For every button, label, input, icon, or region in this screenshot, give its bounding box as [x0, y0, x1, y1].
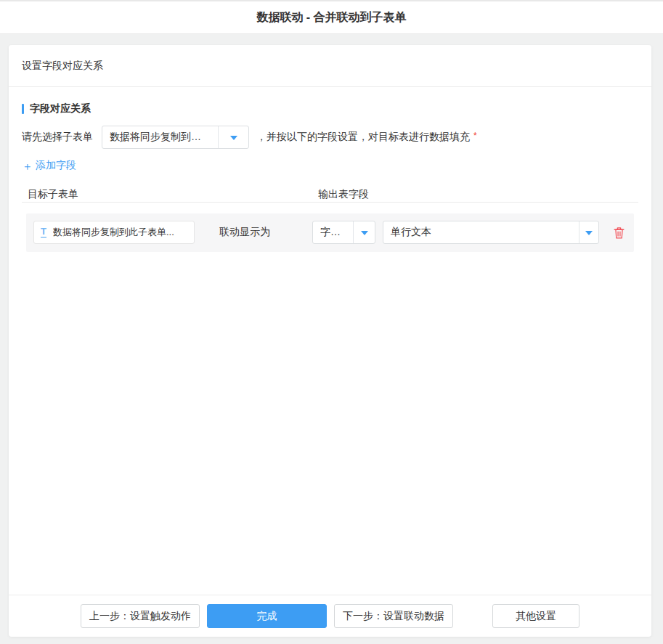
chevron-down-icon: [353, 221, 375, 243]
subform-select[interactable]: 数据将同步复制到此子...: [102, 126, 249, 149]
subform-select-label: 请先选择子表单: [22, 131, 93, 144]
settings-card: 设置字段对应关系 字段对应关系 请先选择子表单 数据将同步复制到此子... ，并…: [9, 45, 651, 637]
chevron-down-icon: [218, 126, 248, 148]
display-mode-value: 字段值: [313, 226, 353, 239]
add-field-button[interactable]: ＋ 添加字段: [22, 159, 76, 172]
trash-icon: [613, 226, 625, 240]
field-mapping-row: T 数据将同步复制到此子表单... 联动显示为 字段值 单行文本: [26, 213, 634, 252]
section-title-label: 字段对应关系: [30, 102, 91, 115]
display-mode-select[interactable]: 字段值: [312, 221, 375, 244]
text-field-icon: T: [41, 227, 46, 238]
target-field-name: 数据将同步复制到此子表单...: [53, 226, 174, 239]
delete-row-button[interactable]: [611, 224, 627, 241]
chevron-down-icon: [579, 221, 598, 243]
done-button[interactable]: 完成: [207, 604, 327, 628]
subform-select-row: 请先选择子表单 数据将同步复制到此子... ，并按以下的字段设置，对目标表进行数…: [22, 126, 638, 149]
subform-select-value: 数据将同步复制到此子...: [102, 131, 218, 144]
next-step-button[interactable]: 下一步：设置联动数据: [334, 604, 453, 628]
plus-icon: ＋: [22, 160, 33, 171]
table-header: 目标子表单 输出表字段: [22, 188, 638, 203]
section-title-row: 字段对应关系: [22, 102, 638, 116]
card-footer: 上一步：设置触发动作 完成 下一步：设置联动数据 其他设置: [9, 595, 651, 637]
card-header-title: 设置字段对应关系: [22, 60, 103, 73]
target-field-chip[interactable]: T 数据将同步复制到此子表单...: [33, 221, 195, 244]
page-title: 数据联动 - 合并联动到子表单: [256, 10, 406, 25]
card-body: 字段对应关系 请先选择子表单 数据将同步复制到此子... ，并按以下的字段设置，…: [9, 87, 651, 252]
relation-label: 联动显示为: [219, 226, 270, 239]
column-header-output-field: 输出表字段: [318, 188, 369, 201]
output-field-value: 单行文本: [383, 226, 579, 239]
previous-step-button[interactable]: 上一步：设置触发动作: [81, 604, 200, 628]
column-header-target-subform: 目标子表单: [28, 188, 78, 201]
output-field-select[interactable]: 单行文本: [383, 221, 599, 244]
dialog-titlebar: 数据联动 - 合并联动到子表单: [0, 0, 663, 34]
instruction-text: ，并按以下的字段设置，对目标表进行数据填充*: [256, 131, 477, 144]
required-asterisk: *: [473, 131, 477, 141]
add-field-label: 添加字段: [36, 159, 76, 172]
section-accent-bar: [22, 104, 24, 114]
other-settings-button[interactable]: 其他设置: [492, 604, 579, 628]
card-header: 设置字段对应关系: [9, 45, 651, 87]
